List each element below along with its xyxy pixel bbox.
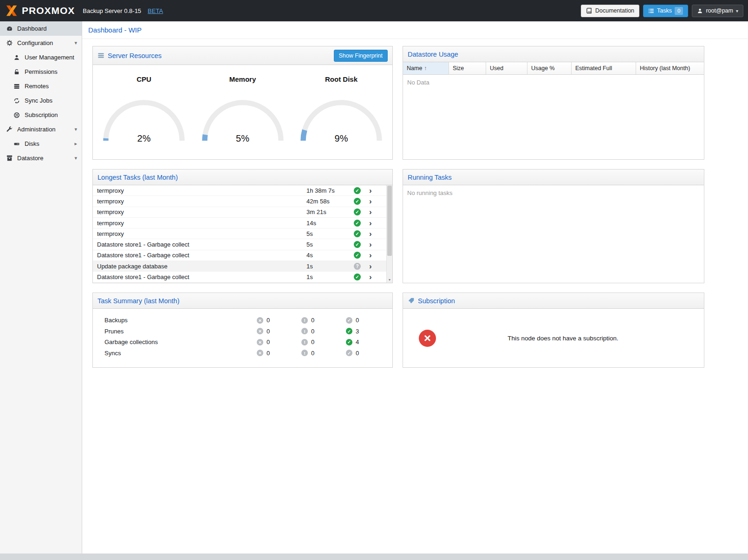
caret-down-icon[interactable]: ▾ — [74, 155, 77, 161]
summary-label: Prunes — [104, 328, 257, 335]
chevron-right-icon[interactable]: › — [369, 208, 382, 216]
longest-tasks-header: Longest Tasks (last Month) — [93, 169, 392, 185]
scrollbar-thumb[interactable] — [387, 186, 392, 256]
sidebar-item-label: Sync Jobs — [25, 97, 52, 104]
error-icon — [257, 317, 263, 324]
task-row[interactable]: termproxy 14s › — [93, 218, 386, 228]
archive-icon — [6, 155, 13, 162]
hdd-icon — [13, 141, 20, 147]
server-resources-body: CPU 2% Memory — [93, 65, 392, 159]
caret-down-icon[interactable]: ▾ — [74, 40, 77, 46]
chevron-right-icon[interactable]: › — [369, 187, 382, 195]
chevron-right-icon[interactable]: › — [369, 241, 382, 248]
task-row[interactable]: termproxy 5s › — [93, 228, 386, 239]
sidebar-item-administration[interactable]: Administration ▾ — [0, 122, 82, 137]
sidebar-item-dashboard[interactable]: Dashboard — [0, 21, 82, 36]
task-duration: 5s — [306, 230, 354, 237]
longest-tasks-panel: Longest Tasks (last Month) termproxy 1h … — [92, 169, 393, 283]
sync-icon — [13, 98, 20, 104]
documentation-label: Documentation — [595, 7, 634, 14]
ok-icon — [346, 328, 352, 334]
ticket-icon — [408, 297, 415, 304]
warning-icon — [301, 339, 308, 345]
sidebar-item-user-management[interactable]: User Management — [0, 50, 82, 65]
task-name: Update package database — [97, 263, 306, 270]
warning-count-cell: 0 — [301, 350, 346, 357]
column-header-size[interactable]: Size — [449, 62, 486, 74]
status-ok-icon — [354, 241, 361, 248]
task-summary-panel: Task Summary (last Month) Backups 0 0 0 … — [92, 293, 393, 368]
status-ok-icon — [354, 198, 361, 205]
task-row[interactable]: termproxy 1h 38m 7s › — [93, 185, 386, 196]
task-row[interactable]: Datastore store1 - Garbage collect 4s › — [93, 250, 386, 261]
ok-count: 4 — [356, 339, 359, 345]
error-count: 0 — [267, 350, 270, 357]
chevron-right-icon[interactable]: › — [369, 230, 382, 238]
panel-title: Longest Tasks (last Month) — [98, 174, 178, 181]
task-duration: 1h 38m 7s — [306, 187, 354, 194]
ok-count-cell: 4 — [346, 339, 390, 345]
task-duration: 42m 58s — [306, 198, 354, 205]
beta-link[interactable]: BETA — [148, 7, 163, 14]
scrollbar-down-arrow-icon[interactable]: ▼ — [387, 277, 392, 283]
column-header-usage-pct[interactable]: Usage % — [527, 62, 572, 74]
task-row[interactable]: Datastore store1 - Garbage collect 5s › — [93, 239, 386, 250]
warning-count-cell: 0 — [301, 328, 346, 335]
warning-count: 0 — [311, 317, 314, 324]
sidebar-item-label: Dashboard — [17, 25, 47, 32]
summary-label: Garbage collections — [104, 339, 257, 345]
column-label: Name — [407, 65, 422, 72]
column-header-history[interactable]: History (last Month) — [636, 62, 704, 74]
task-duration: 3m 21s — [306, 208, 354, 215]
documentation-button[interactable]: Documentation — [581, 5, 639, 17]
task-row[interactable]: Update package database 1s › — [93, 261, 386, 272]
chevron-right-icon[interactable]: › — [369, 251, 382, 259]
column-header-estimated-full[interactable]: Estimated Full — [572, 62, 636, 74]
sidebar-item-label: Administration — [17, 126, 55, 133]
task-row[interactable]: termproxy 42m 58s › — [93, 196, 386, 207]
sidebar-item-remotes[interactable]: Remotes — [0, 79, 82, 93]
task-name: Datastore store1 - Garbage collect — [97, 241, 306, 248]
no-subscription-icon: × — [419, 330, 436, 347]
task-row[interactable]: termproxy 3m 21s › — [93, 207, 386, 218]
warning-count: 0 — [311, 328, 314, 335]
sidebar-item-datastore[interactable]: Datastore ▾ — [0, 151, 82, 165]
sidebar-item-permissions[interactable]: Permissions — [0, 65, 82, 79]
column-header-used[interactable]: Used — [486, 62, 527, 74]
task-row[interactable]: Datastore store1 - Garbage collect 1s › — [93, 272, 386, 282]
top-bar: PROXMOX Backup Server 0.8-15 BETA Docume… — [0, 0, 748, 21]
task-status — [354, 273, 369, 280]
summary-label: Backups — [104, 317, 257, 324]
task-summary-body: Backups 0 0 0 Prunes 0 0 3 Garbage colle… — [93, 309, 392, 367]
sidebar: Dashboard Configuration ▾ User Managemen… — [0, 21, 82, 553]
tasks-button[interactable]: Tasks 0 — [643, 5, 688, 17]
chevron-right-icon[interactable]: › — [369, 197, 382, 205]
ok-count: 0 — [356, 350, 359, 357]
subscription-header: Subscription — [403, 293, 704, 309]
sidebar-item-configuration[interactable]: Configuration ▾ — [0, 36, 82, 50]
sidebar-item-sync-jobs[interactable]: Sync Jobs — [0, 93, 82, 108]
column-label: Used — [490, 65, 503, 72]
ok-icon — [346, 317, 352, 324]
caret-down-icon[interactable]: ▾ — [74, 126, 77, 132]
task-duration: 4s — [306, 252, 354, 259]
chevron-right-icon[interactable]: › — [369, 262, 382, 270]
user-menu-button[interactable]: root@pam ▾ — [692, 5, 743, 17]
task-name: termproxy — [97, 187, 306, 194]
warning-icon — [301, 350, 308, 356]
column-header-name[interactable]: Name ↑ — [403, 62, 449, 74]
show-fingerprint-button[interactable]: Show Fingerprint — [334, 50, 388, 62]
caret-right-icon[interactable]: ▸ — [74, 141, 77, 147]
ok-count-cell: 0 — [346, 350, 390, 357]
panel-title: Datastore Usage — [408, 51, 458, 58]
vertical-scrollbar[interactable]: ▼ — [386, 185, 392, 283]
chevron-right-icon[interactable]: › — [369, 219, 382, 227]
chevron-right-icon[interactable]: › — [369, 273, 382, 281]
sidebar-item-disks[interactable]: Disks ▸ — [0, 137, 82, 151]
error-count-cell: 0 — [257, 328, 301, 335]
server-resources-icon — [98, 52, 104, 59]
sidebar-item-subscription[interactable]: Subscription — [0, 108, 82, 122]
gauge-label: CPU — [97, 75, 192, 83]
task-name: termproxy — [97, 198, 306, 205]
error-icon — [257, 339, 263, 345]
